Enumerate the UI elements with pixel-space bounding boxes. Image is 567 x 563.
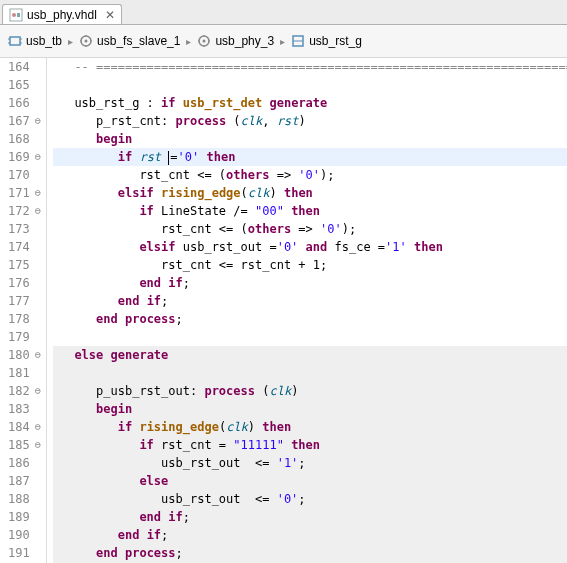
fold-toggle-icon[interactable]: ⊖ xyxy=(32,382,44,400)
code-token: -- =====================================… xyxy=(74,60,567,74)
code-line[interactable]: -- =====================================… xyxy=(53,58,567,76)
code-line[interactable]: end if; xyxy=(53,526,567,544)
code-token: if xyxy=(168,510,182,524)
code-token: p_rst_cnt: xyxy=(96,114,175,128)
svg-point-9 xyxy=(85,40,88,43)
code-line[interactable]: usb_rst_g : if usb_rst_det generate xyxy=(53,94,567,112)
tab-bar: usb_phy.vhdl ✕ xyxy=(0,0,567,25)
gutter: 1641651661671681691701711721731741751761… xyxy=(0,58,47,563)
code-line[interactable]: rst_cnt <= rst_cnt + 1; xyxy=(53,256,567,274)
code-line[interactable]: end if; xyxy=(53,508,567,526)
code-line[interactable]: if rst_cnt = "11111" then xyxy=(53,436,567,454)
svg-rect-2 xyxy=(17,13,20,17)
code-token: ( xyxy=(241,186,248,200)
code-line[interactable] xyxy=(53,364,567,382)
code-token xyxy=(139,294,146,308)
code-token: ); xyxy=(342,222,356,236)
crumb-0[interactable]: usb_tb xyxy=(8,34,62,48)
line-number: 179 xyxy=(8,328,30,346)
code-token: end xyxy=(96,312,118,326)
line-number: 183 xyxy=(8,400,30,418)
code-line[interactable]: p_rst_cnt: process (clk, rst) xyxy=(53,112,567,130)
code-token: ; xyxy=(161,528,168,542)
code-line[interactable]: usb_rst_out <= '0'; xyxy=(53,490,567,508)
line-number: 172 xyxy=(8,202,30,220)
code-line[interactable]: if rising_edge(clk) then xyxy=(53,418,567,436)
code-line[interactable]: end process; xyxy=(53,310,567,328)
code-token: rising_edge xyxy=(161,186,240,200)
code-token: "11111" xyxy=(233,438,284,452)
code-token xyxy=(407,240,414,254)
code-token: ; xyxy=(183,510,190,524)
code-line[interactable]: end if; xyxy=(53,274,567,292)
code-line[interactable] xyxy=(53,76,567,94)
code-token xyxy=(154,186,161,200)
fold-toggle-icon[interactable]: ⊖ xyxy=(32,184,44,202)
code-line[interactable]: usb_rst_out <= '1'; xyxy=(53,454,567,472)
crumb-label: usb_tb xyxy=(26,34,62,48)
code-line[interactable]: else xyxy=(53,472,567,490)
vhdl-file-icon xyxy=(9,8,23,22)
code-token: ) xyxy=(269,186,283,200)
code-line[interactable]: rst_cnt <= (others => '0'); xyxy=(53,220,567,238)
code-token: begin xyxy=(96,132,132,146)
code-token: if xyxy=(168,276,182,290)
code-line[interactable]: if LineState /= "00" then xyxy=(53,202,567,220)
code-token: clk xyxy=(248,186,270,200)
close-icon[interactable]: ✕ xyxy=(105,8,115,22)
line-number: 169 xyxy=(8,148,30,166)
code-line[interactable]: begin xyxy=(53,130,567,148)
code-line[interactable]: elsif rising_edge(clk) then xyxy=(53,184,567,202)
code-token xyxy=(176,96,183,110)
fold-toggle-icon[interactable]: ⊖ xyxy=(32,148,44,166)
code-token: , xyxy=(262,114,276,128)
code-line[interactable]: begin xyxy=(53,400,567,418)
code-token: if xyxy=(147,294,161,308)
fold-toggle-icon[interactable]: ⊖ xyxy=(32,436,44,454)
file-tab[interactable]: usb_phy.vhdl ✕ xyxy=(2,4,122,24)
code-line[interactable]: else generate xyxy=(53,346,567,364)
line-number: 166 xyxy=(8,94,30,112)
process-icon xyxy=(79,34,93,48)
crumb-2[interactable]: usb_phy_3 xyxy=(197,34,274,48)
code-token: p_usb_rst_out: xyxy=(96,384,204,398)
code-line[interactable]: if rst ='0' then xyxy=(53,148,567,166)
code-token: others xyxy=(226,168,269,182)
code-token xyxy=(139,528,146,542)
crumb-1[interactable]: usb_fs_slave_1 xyxy=(79,34,180,48)
code-token: fs_ce = xyxy=(327,240,385,254)
code-line[interactable]: p_usb_rst_out: process (clk) xyxy=(53,382,567,400)
code-line[interactable]: end if; xyxy=(53,292,567,310)
fold-spacer xyxy=(32,166,44,184)
code-token: end xyxy=(139,276,161,290)
code-line[interactable]: rst_cnt <= (others => '0'); xyxy=(53,166,567,184)
line-number: 170 xyxy=(8,166,30,184)
line-number: 168 xyxy=(8,130,30,148)
svg-rect-3 xyxy=(10,37,20,45)
code-token: process xyxy=(125,312,176,326)
code-line[interactable]: elsif usb_rst_out ='0' and fs_ce ='1' th… xyxy=(53,238,567,256)
code-area[interactable]: -- =====================================… xyxy=(47,58,567,563)
fold-spacer xyxy=(32,328,44,346)
fold-spacer xyxy=(32,274,44,292)
code-token: if xyxy=(139,204,153,218)
line-number: 165 xyxy=(8,76,30,94)
code-line[interactable] xyxy=(53,328,567,346)
line-number: 173 xyxy=(8,220,30,238)
crumb-3[interactable]: usb_rst_g xyxy=(291,34,362,48)
fold-spacer xyxy=(32,58,44,76)
file-tab-label: usb_phy.vhdl xyxy=(27,8,97,22)
fold-toggle-icon[interactable]: ⊖ xyxy=(32,112,44,130)
entity-icon xyxy=(8,34,22,48)
line-number: 190 xyxy=(8,526,30,544)
fold-toggle-icon[interactable]: ⊖ xyxy=(32,346,44,364)
line-number: 176 xyxy=(8,274,30,292)
code-token: '0' xyxy=(277,240,299,254)
code-editor[interactable]: 1641651661671681691701711721731741751761… xyxy=(0,58,567,563)
code-token: else xyxy=(74,348,103,362)
line-number: 178 xyxy=(8,310,30,328)
fold-toggle-icon[interactable]: ⊖ xyxy=(32,418,44,436)
code-token: then xyxy=(206,150,235,164)
code-line[interactable]: end process; xyxy=(53,544,567,562)
fold-toggle-icon[interactable]: ⊖ xyxy=(32,202,44,220)
